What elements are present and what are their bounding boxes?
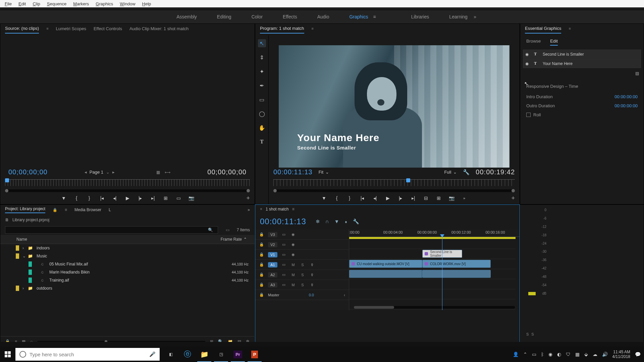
lane-a2[interactable] (349, 279, 516, 289)
ws-graphics[interactable]: Graphics (349, 14, 368, 19)
track-header-audio[interactable]: 🔒A1▭MS🎙 (255, 260, 349, 270)
ws-color[interactable]: Color (252, 14, 263, 19)
tab-project[interactable]: Project: Library project (5, 206, 45, 213)
marker-icon[interactable]: ▼ (60, 195, 67, 201)
eg-tab-edit[interactable]: Edit (550, 39, 557, 46)
solo-left[interactable]: S (526, 332, 529, 336)
track-label[interactable]: V3 (268, 232, 277, 237)
settings-icon[interactable]: ⬧ (344, 219, 347, 225)
tracks-area[interactable]: :00:0000:00:04:0000:00:08:0000:00:12:000… (349, 230, 520, 310)
menu-file[interactable]: File (1, 1, 15, 6)
linked-selection-icon[interactable]: ∩ (325, 219, 329, 225)
task-view-icon[interactable]: ◧ (162, 347, 179, 362)
safe-margins-icon[interactable]: ▦ (156, 170, 160, 175)
time-ruler[interactable]: :00:0000:00:04:0000:00:08:0000:00:12:000… (349, 230, 520, 237)
source-timecode-left[interactable]: 00;00;00;00 (8, 168, 48, 176)
mute-icon[interactable]: M (290, 263, 296, 267)
security-icon[interactable]: 🛡 (566, 352, 571, 357)
tray-icon[interactable]: ◐ (557, 352, 561, 357)
layer-name-input[interactable] (543, 52, 639, 57)
track-header-audio[interactable]: 🔒A2▭MS🎙 (255, 270, 349, 280)
ws-assembly[interactable]: Assembly (176, 14, 197, 19)
page-prev-icon[interactable]: ◂ (85, 170, 87, 175)
program-ruler[interactable] (273, 179, 515, 186)
battery-icon[interactable]: ▭ (532, 352, 536, 357)
page-dropdown-icon[interactable]: ⌄ (106, 170, 110, 175)
notifications-icon[interactable]: 💬 (635, 352, 641, 357)
p-lift-icon[interactable]: ⊟ (423, 195, 429, 201)
source-zoom-slider[interactable] (5, 189, 250, 192)
track-header-video[interactable]: 🔒V2▭◉ (255, 240, 349, 250)
edge-icon[interactable]: ⓔ (179, 347, 196, 362)
lock-icon[interactable]: 🔒 (259, 232, 265, 237)
p-goto-out-icon[interactable]: ▸| (410, 195, 417, 201)
program-tab-menu-icon[interactable]: ≡ (312, 26, 314, 33)
p-goto-in-icon[interactable]: |◂ (359, 195, 366, 201)
lock-icon[interactable]: 🔒 (259, 273, 265, 277)
tab-program[interactable]: Program: 1 shot match (260, 26, 304, 34)
sort-icon[interactable]: ⌃ (242, 237, 249, 242)
lock-icon[interactable]: 🔒 (259, 262, 265, 267)
track-label[interactable]: A3 (268, 282, 277, 288)
expand-icon[interactable]: ⌄ (22, 254, 28, 258)
p-overflow-icon[interactable]: » (461, 195, 468, 201)
taskbar-search[interactable]: 🎤 (15, 348, 160, 361)
solo-right[interactable]: S (531, 332, 534, 336)
track-label[interactable]: A2 (268, 272, 277, 278)
menu-help[interactable]: Help (139, 1, 155, 6)
menu-markers[interactable]: Markers (70, 1, 92, 6)
search-icon[interactable]: 🔍 (208, 228, 213, 232)
pen-tool-icon[interactable]: ✒ (258, 81, 266, 89)
tab-l[interactable]: L (109, 207, 111, 212)
program-playhead[interactable] (406, 178, 410, 182)
overwrite-icon[interactable]: ▭ (175, 195, 182, 201)
lane-v3[interactable] (349, 239, 516, 249)
lane-v1[interactable]: CU model walking outside.MOV [V] COLOR W… (349, 259, 516, 269)
intro-value[interactable]: 00:00:00:00 (614, 94, 638, 99)
sync-icon[interactable]: ▭ (281, 262, 287, 267)
p-export-frame-icon[interactable]: 📷 (448, 195, 455, 201)
taskbar-search-input[interactable] (30, 352, 146, 357)
track-header-video[interactable]: 🔒V3▭◉ (255, 230, 349, 240)
col-framerate[interactable]: Frame Rate (212, 237, 242, 242)
p-add-button-icon[interactable]: + (511, 195, 515, 202)
lock-icon[interactable]: 🔒 (259, 283, 265, 287)
expand-icon[interactable]: › (22, 246, 28, 250)
onedrive-icon[interactable]: ☁ (593, 352, 597, 357)
lane-a3[interactable] (349, 289, 516, 299)
lock-icon[interactable]: 🔒 (259, 252, 265, 257)
type-tool-icon[interactable]: T (258, 138, 266, 146)
sync-icon[interactable]: ▭ (281, 242, 287, 247)
tab-essential-graphics[interactable]: Essential Graphics (525, 26, 561, 34)
in-point-icon[interactable]: { (73, 195, 80, 201)
clip-audio[interactable] (422, 270, 490, 278)
tl-menu-icon[interactable]: ≡ (292, 207, 294, 212)
voice-icon[interactable]: 🎙 (309, 263, 315, 267)
menu-clip[interactable]: Clip (29, 1, 43, 6)
tab-source[interactable]: Source: (no clips) (5, 26, 39, 34)
snap-icon[interactable]: ⟷ (165, 170, 170, 175)
eye-icon[interactable]: ◉ (290, 242, 296, 247)
program-timecode-left[interactable]: 00:00:11:13 (273, 168, 313, 176)
col-name[interactable]: Name (6, 237, 212, 242)
tab-audioclipmixer[interactable]: Audio Clip Mixer: 1 shot match (129, 26, 189, 33)
voice-icon[interactable]: 🎙 (309, 283, 315, 287)
menu-sequence[interactable]: Sequence (44, 1, 70, 6)
powerpoint-icon[interactable]: P (246, 347, 263, 362)
solo-icon[interactable]: S (300, 263, 306, 267)
sync-icon[interactable]: ▭ (281, 283, 287, 287)
menu-window[interactable]: Window (116, 1, 139, 6)
lane-a1[interactable] (349, 269, 516, 279)
people-icon[interactable]: 👤 (513, 352, 519, 357)
snap-toggle-icon[interactable]: ❄ (316, 219, 320, 225)
cortana-icon[interactable] (19, 351, 26, 358)
source-playhead[interactable] (5, 178, 9, 182)
mic-icon[interactable]: 🎤 (149, 351, 156, 357)
expand-icon[interactable]: ⫞ (343, 293, 345, 297)
clip-video[interactable]: CU model walking outside.MOV [V] (349, 260, 422, 268)
project-row[interactable]: ♫Training.aif44,100 Hz (0, 276, 255, 284)
marker-add-icon[interactable]: ▼ (334, 219, 339, 225)
track-label[interactable]: A1 (268, 262, 277, 267)
sequence-name[interactable]: 1 shot match (266, 207, 289, 212)
ws-editing[interactable]: Editing (217, 14, 231, 19)
